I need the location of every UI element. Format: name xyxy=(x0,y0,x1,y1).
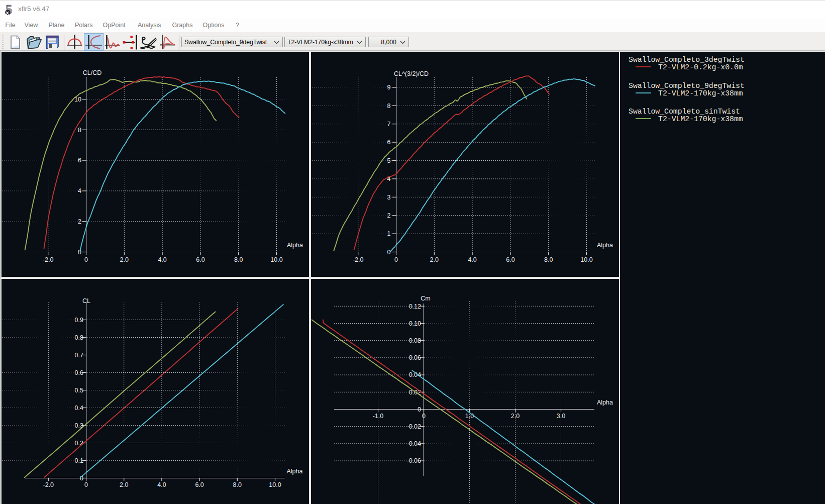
svg-text:-0.02: -0.02 xyxy=(407,423,422,430)
svg-text:0.06: 0.06 xyxy=(409,354,421,361)
svg-text:x: x xyxy=(6,10,10,16)
svg-text:2.0: 2.0 xyxy=(120,256,129,263)
svg-text:8.0: 8.0 xyxy=(233,481,242,488)
svg-text:4: 4 xyxy=(78,187,81,194)
svg-text:0: 0 xyxy=(84,481,88,488)
svg-text:0.5: 0.5 xyxy=(75,387,83,394)
svg-text:1.0: 1.0 xyxy=(465,413,474,420)
svg-text:10.0: 10.0 xyxy=(269,481,281,488)
svg-text:6.0: 6.0 xyxy=(195,481,203,488)
svg-text:0: 0 xyxy=(84,256,88,263)
svg-text:Alpha: Alpha xyxy=(597,242,613,249)
svg-text:10.0: 10.0 xyxy=(580,256,592,263)
svg-text:Alpha: Alpha xyxy=(597,399,613,406)
svg-text:0.12: 0.12 xyxy=(409,303,421,310)
svg-text:4.0: 4.0 xyxy=(157,481,166,488)
svg-text:6.0: 6.0 xyxy=(196,256,204,263)
svg-text:8.0: 8.0 xyxy=(234,256,243,263)
svg-text:0: 0 xyxy=(387,249,391,256)
svg-text:-2.0: -2.0 xyxy=(43,481,54,488)
svg-text:2.0: 2.0 xyxy=(511,413,520,420)
svg-text:0.2: 0.2 xyxy=(75,440,83,447)
svg-text:2: 2 xyxy=(78,218,81,225)
svg-text:0.4: 0.4 xyxy=(75,405,83,412)
svg-text:6: 6 xyxy=(78,157,81,164)
svg-text:Cm: Cm xyxy=(421,295,430,302)
svg-text:4.0: 4.0 xyxy=(158,256,166,263)
svg-text:0.6: 0.6 xyxy=(75,369,83,376)
svg-text:CL^(3/2)/CD: CL^(3/2)/CD xyxy=(394,70,429,77)
svg-text:2.0: 2.0 xyxy=(430,256,439,263)
svg-text:6.0: 6.0 xyxy=(506,256,514,263)
svg-text:-0.04: -0.04 xyxy=(407,440,422,447)
svg-text:0: 0 xyxy=(78,249,81,256)
svg-text:-2.0: -2.0 xyxy=(43,256,54,263)
svg-text:-1.0: -1.0 xyxy=(373,413,384,420)
svg-text:6: 6 xyxy=(387,139,391,146)
svg-text:2: 2 xyxy=(387,212,391,219)
svg-text:0: 0 xyxy=(422,413,426,420)
svg-text:0.7: 0.7 xyxy=(75,352,83,359)
svg-text:5: 5 xyxy=(387,157,391,164)
svg-text:0.8: 0.8 xyxy=(75,334,83,341)
svg-text:7: 7 xyxy=(387,121,391,128)
svg-text:-2.0: -2.0 xyxy=(353,256,364,263)
svg-text:8.0: 8.0 xyxy=(544,256,553,263)
svg-text:0: 0 xyxy=(418,406,421,413)
svg-text:CL: CL xyxy=(82,297,90,305)
svg-text:0.10: 0.10 xyxy=(409,320,421,327)
svg-text:2.0: 2.0 xyxy=(120,481,128,488)
svg-text:9: 9 xyxy=(387,84,391,91)
svg-text:Alpha: Alpha xyxy=(287,468,303,475)
svg-text:Alpha: Alpha xyxy=(287,242,303,249)
svg-text:0.1: 0.1 xyxy=(75,457,83,464)
svg-text:10.0: 10.0 xyxy=(270,256,282,263)
svg-text:1: 1 xyxy=(387,230,391,237)
svg-text:CL/CD: CL/CD xyxy=(83,69,102,76)
svg-text:0: 0 xyxy=(394,256,398,263)
svg-text:0.9: 0.9 xyxy=(75,317,83,324)
svg-text:4.0: 4.0 xyxy=(468,256,476,263)
svg-text:3: 3 xyxy=(387,194,391,201)
svg-text:-0.06: -0.06 xyxy=(407,457,422,464)
svg-text:0.08: 0.08 xyxy=(409,337,421,344)
svg-text:3.0: 3.0 xyxy=(557,413,565,420)
svg-text:8: 8 xyxy=(387,103,391,110)
svg-text:8: 8 xyxy=(78,127,81,134)
